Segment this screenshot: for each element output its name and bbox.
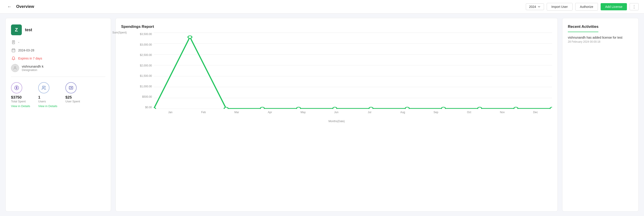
x-axis-label: Jul: [353, 111, 386, 114]
x-axis-label: Aug: [386, 111, 419, 114]
svg-rect-0: [12, 41, 15, 44]
more-options-button[interactable]: ⋮: [630, 3, 638, 10]
calendar-icon: [11, 48, 16, 53]
line-chart-svg: [154, 32, 552, 109]
total-spent-value: $3750: [11, 95, 30, 100]
stats-row: $3750 Total Spent View in Details 1 User…: [11, 82, 106, 108]
y-axis-label: $2,500.00: [140, 53, 152, 57]
org-name: test: [25, 28, 32, 32]
x-axis-label: Dec: [519, 111, 552, 114]
year-selector[interactable]: 2024: [526, 3, 544, 10]
activity-text: vishnunandh has added license for test: [568, 36, 633, 39]
middle-panel: Spendings Report Sum(Spent) $3,500.00$3,…: [116, 18, 558, 212]
chart-dot: [514, 107, 518, 109]
dollar-icon: [11, 82, 22, 93]
chart-title: Spendings Report: [121, 24, 552, 29]
chart-dot: [224, 107, 228, 109]
x-axis-title: Months(Date): [121, 120, 552, 123]
y-axis-label: $1,500.00: [140, 74, 152, 77]
year-value: 2024: [529, 5, 536, 8]
stat-users: 1 Users View in Details: [38, 82, 57, 108]
user-info: vishnunandh k Designation: [22, 64, 44, 72]
header-left: ← Overview: [6, 3, 34, 10]
back-button[interactable]: ←: [6, 3, 14, 10]
user-spent-value: $25: [66, 95, 80, 100]
header: ← Overview 2024 Import User Authorize Ad…: [0, 0, 644, 13]
chart-dot: [188, 36, 192, 38]
left-panel: Z test - 2024-03-28: [6, 18, 111, 212]
chart-dot: [369, 107, 373, 109]
user-row: vishnunandh k Designation: [11, 64, 106, 72]
y-axis: Sum(Spent): [121, 32, 137, 118]
page-title: Overview: [16, 4, 34, 9]
header-right: 2024 Import User Authorize Add License ⋮: [526, 3, 639, 10]
user-designation: Designation: [22, 68, 44, 72]
stat-user-spent: $25 User Spent: [66, 82, 80, 108]
y-axis-label: $3,500.00: [140, 32, 152, 36]
x-axis-label: May: [286, 111, 320, 114]
org-header: Z test: [11, 24, 106, 35]
users-link[interactable]: View in Details: [38, 104, 57, 108]
activity-item: vishnunandh has added license for test 2…: [568, 36, 633, 43]
right-panel: Recent Activities vishnunandh has added …: [562, 18, 638, 212]
chart-dot: [333, 107, 337, 109]
info-expiry-row: Expires in 7 days: [11, 56, 106, 61]
activity-time: 28 February 2024 00:00:18: [568, 40, 633, 43]
svg-point-11: [42, 86, 44, 88]
y-axis-label: $500.00: [142, 95, 152, 98]
info-dash: -: [18, 40, 19, 44]
divider: [11, 77, 106, 77]
chart-inner: JanFebMarAprMayJunJulAugSepOctNovDec: [154, 32, 552, 118]
users-icon: [38, 82, 50, 93]
info-dash-row: -: [11, 40, 106, 45]
y-labels: $3,500.00$3,000.00$2,500.00$2,000.00$1,5…: [137, 32, 154, 118]
chart-container: Sum(Spent) $3,500.00$3,000.00$2,500.00$2…: [121, 32, 552, 118]
user-spent-icon: [66, 82, 76, 93]
x-axis-label: Apr: [253, 111, 286, 114]
chart-line: [154, 37, 552, 109]
chart-dot: [478, 107, 482, 109]
chart-dot: [405, 107, 409, 109]
user-name: vishnunandh k: [22, 64, 44, 68]
chart-dot: [296, 107, 301, 109]
main-content: Z test - 2024-03-28: [0, 13, 644, 216]
bell-icon: [11, 56, 16, 61]
y-axis-label: $2,000.00: [140, 64, 152, 67]
expiry-text: Expires in 7 days: [18, 57, 42, 60]
total-spent-label: Total Spent: [11, 100, 30, 103]
activities-title: Recent Activities: [568, 24, 598, 32]
y-axis-label: $3,000.00: [140, 43, 152, 46]
document-icon: [11, 40, 16, 45]
users-value: 1: [38, 95, 57, 100]
users-label: Users: [38, 100, 57, 103]
svg-rect-4: [12, 49, 15, 52]
x-axis-label: Jun: [320, 111, 353, 114]
chart-dot: [442, 107, 446, 109]
avatar: [11, 64, 19, 72]
y-axis-title: Sum(Spent): [112, 31, 127, 34]
authorize-button[interactable]: Authorize: [575, 3, 598, 10]
add-license-button[interactable]: Add License: [601, 3, 627, 10]
x-axis-label: Sep: [419, 111, 452, 114]
x-axis-label: Mar: [220, 111, 254, 114]
import-user-button[interactable]: Import User: [547, 3, 572, 10]
svg-point-8: [14, 66, 16, 68]
stat-total-spent: $3750 Total Spent View in Details: [11, 82, 30, 108]
chart-dot: [550, 107, 552, 109]
x-axis: JanFebMarAprMayJunJulAugSepOctNovDec: [154, 109, 552, 118]
x-axis-label: Jan: [154, 111, 187, 114]
total-spent-link[interactable]: View in Details: [11, 104, 30, 108]
info-date-row: 2024-03-28: [11, 48, 106, 53]
chart-area: Sum(Spent) $3,500.00$3,000.00$2,500.00$2…: [121, 32, 552, 118]
activities-list: vishnunandh has added license for test 2…: [568, 36, 633, 43]
x-axis-label: Feb: [187, 111, 220, 114]
y-axis-label: $1,000.00: [140, 85, 152, 88]
user-spent-label: User Spent: [66, 100, 80, 103]
chart-dot: [260, 107, 264, 109]
x-axis-label: Nov: [486, 111, 519, 114]
org-date: 2024-03-28: [18, 48, 34, 52]
org-logo: Z: [11, 24, 22, 35]
chevron-down-icon: [538, 5, 541, 8]
y-axis-label: $0.00: [145, 106, 152, 109]
x-axis-label: Oct: [452, 111, 486, 114]
